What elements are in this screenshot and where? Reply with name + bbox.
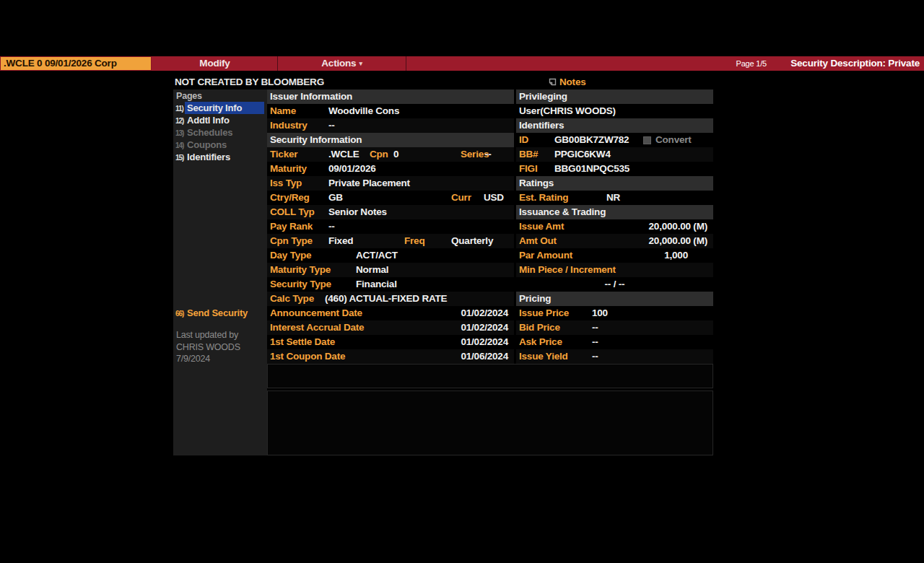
field-label: Est. Rating: [519, 191, 568, 205]
empty-panel-top: [267, 364, 713, 388]
section-pricing: Pricing: [516, 292, 713, 306]
field-label: Ticker: [270, 147, 297, 162]
field-label: Issue Yield: [519, 349, 568, 364]
field-label: Cpn: [370, 147, 388, 162]
section-issuance-trading: Issuance & Trading: [516, 205, 713, 219]
field-value: Senior Notes: [328, 205, 387, 219]
item-number: 14): [175, 139, 185, 152]
field-value: USD: [484, 191, 504, 205]
field-label: Bid Price: [519, 320, 560, 335]
field-value: PPGIC6KW4: [554, 147, 611, 162]
field-label: Pay Rank: [270, 219, 313, 234]
field-label: Cpn Type: [270, 234, 313, 248]
actions-label: Actions: [321, 58, 356, 69]
field-label: COLL Typ: [270, 205, 315, 219]
field-value: 100: [592, 306, 608, 320]
field-bb-number: BB# PPGIC6KW4: [516, 147, 713, 162]
field-value: ACT/ACT: [356, 248, 398, 263]
field-value: Financial: [356, 277, 397, 292]
field-1st-coupon-date: 1st Coupon Date 01/06/2024: [267, 349, 514, 364]
field-label: Amt Out: [519, 234, 557, 248]
field-label: Name: [270, 104, 296, 118]
actions-menu-button[interactable]: Actions▾: [278, 56, 406, 71]
sidebar-item-schedules[interactable]: 13)Schedules: [173, 126, 267, 139]
sidebar-item-identifiers[interactable]: 15)Identifiers: [173, 151, 267, 163]
item-label: Addtl Info: [185, 115, 232, 126]
field-est-rating: Est. Rating NR: [516, 191, 713, 205]
field-value: BBG01NPQC535: [554, 162, 629, 176]
convert-checkbox[interactable]: [643, 136, 651, 144]
field-value: 01/02/2024: [461, 306, 508, 320]
chevron-down-icon: ▾: [359, 60, 362, 67]
field-value: (460) ACTUAL-FIXED RATE: [325, 292, 447, 306]
field-value: Woodville Cons: [328, 104, 399, 118]
field-value: GB: [328, 191, 343, 205]
field-1st-settle-date: 1st Settle Date 01/02/2024: [267, 335, 514, 349]
left-data-column: Issuer Information Name Woodville Cons I…: [267, 90, 514, 364]
item-number: 13): [175, 127, 185, 139]
empty-panel-bottom: [267, 390, 713, 455]
sidebar-item-addtl-info[interactable]: 12)Addtl Info: [173, 114, 267, 126]
sidebar-item-security-info[interactable]: 11)Security Info: [173, 102, 267, 114]
field-value: 01/02/2024: [461, 320, 508, 335]
field-day-type: Day Type ACT/ACT: [267, 248, 514, 263]
field-coll-typ: COLL Typ Senior Notes: [267, 205, 514, 219]
last-updated-user: CHRIS WOODS: [176, 341, 240, 354]
field-value: Fixed: [328, 234, 353, 248]
field-name: Name Woodville Cons: [267, 104, 514, 118]
field-value: -- / --: [516, 277, 713, 292]
field-value: --: [592, 335, 598, 349]
send-security-button[interactable]: 66)Send Security: [173, 307, 250, 319]
command-bar: .WCLE 0 09/01/2026 Corp Modify Actions▾ …: [0, 56, 924, 71]
field-issue-price: Issue Price 100: [516, 306, 713, 320]
field-value: --: [328, 118, 335, 133]
last-updated-info: Last updated by CHRIS WOODS 7/9/2024: [176, 329, 240, 365]
banner-row: NOT CREATED BY BLOOMBERG Notes: [173, 75, 713, 90]
field-value: 20,000.00 (M): [649, 219, 707, 234]
field-value: --: [592, 349, 598, 364]
field-label: Freq: [404, 234, 424, 248]
field-id: ID GB00BK7ZW782 Convert: [516, 133, 713, 147]
modify-menu-button[interactable]: Modify: [152, 56, 278, 71]
field-min-piece-value: -- / --: [516, 277, 713, 292]
field-label: Industry: [270, 118, 308, 133]
field-calc-type: Calc Type (460) ACTUAL-FIXED RATE: [267, 292, 514, 306]
field-issue-amt: Issue Amt 20,000.00 (M): [516, 219, 713, 234]
field-label: Day Type: [270, 248, 311, 263]
field-figi: FIGI BBG01NPQC535: [516, 162, 713, 176]
security-ticker-field[interactable]: .WCLE 0 09/01/2026 Corp: [0, 56, 152, 71]
field-ticker: Ticker .WCLE Cpn 0 Series --: [267, 147, 514, 162]
field-label: Issue Price: [519, 306, 569, 320]
item-label: Security Info: [185, 102, 264, 114]
item-label: Schedules: [185, 127, 235, 138]
field-label: Interest Accrual Date: [270, 320, 364, 335]
last-updated-date: 7/9/2024: [176, 353, 240, 365]
section-issuer-information: Issuer Information: [267, 90, 514, 104]
field-value: 09/01/2026: [328, 162, 376, 176]
field-issue-yield: Issue Yield --: [516, 349, 713, 364]
page-indicator: Page 1/5: [736, 56, 767, 71]
field-value: --: [328, 219, 335, 234]
field-pay-rank: Pay Rank --: [267, 219, 514, 234]
field-value: --: [485, 147, 492, 162]
field-security-type: Security Type Financial: [267, 277, 514, 292]
pages-sidebar: Pages 11)Security Info 12)Addtl Info 13)…: [173, 90, 267, 455]
field-label: Announcement Date: [270, 306, 362, 320]
section-identifiers: Identifiers: [516, 118, 713, 133]
bloomberg-terminal-screen: .WCLE 0 09/01/2026 Corp Modify Actions▾ …: [0, 0, 924, 563]
field-industry: Industry --: [267, 118, 514, 133]
notes-button[interactable]: Notes: [549, 75, 586, 90]
item-label: Coupons: [185, 139, 229, 150]
field-value: NR: [606, 191, 620, 205]
notes-label: Notes: [559, 77, 586, 87]
field-ask-price: Ask Price --: [516, 335, 713, 349]
field-maturity-type: Maturity Type Normal: [267, 263, 514, 277]
item-number: 11): [175, 102, 185, 115]
field-par-amount: Par Amount 1,000: [516, 248, 713, 263]
sidebar-item-coupons[interactable]: 14)Coupons: [173, 139, 267, 151]
field-label: ID: [519, 133, 528, 147]
field-interest-accrual-date: Interest Accrual Date 01/02/2024: [267, 320, 514, 335]
field-label: Calc Type: [270, 292, 314, 306]
field-label: Iss Typ: [270, 176, 302, 191]
screen-title: Security Description: Private: [790, 56, 920, 71]
